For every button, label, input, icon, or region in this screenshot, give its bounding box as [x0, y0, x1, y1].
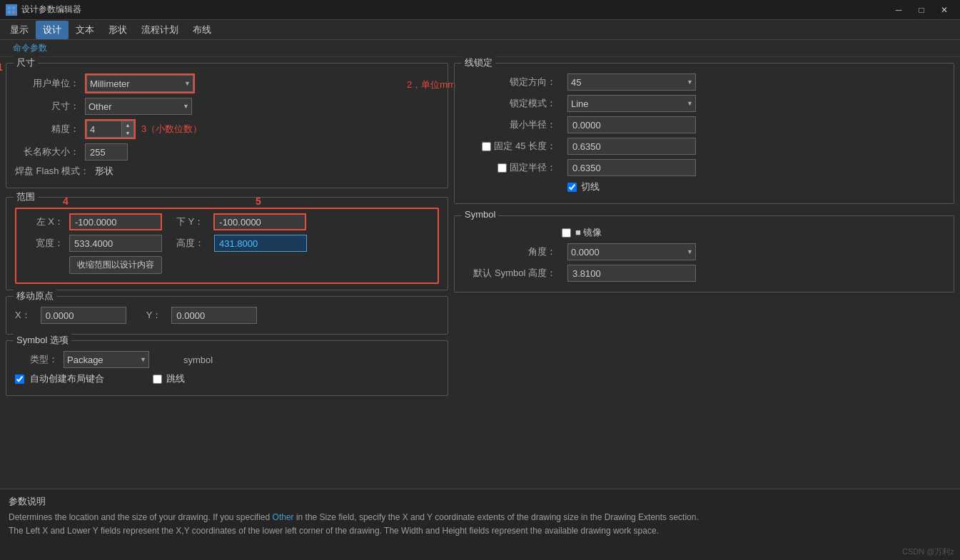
tangent-checkbox[interactable] [567, 183, 577, 192]
fixed-45-checkbox[interactable] [482, 142, 491, 151]
mirror-checkbox[interactable] [562, 228, 571, 238]
precision-input[interactable] [86, 121, 122, 138]
type-label: 类型： [15, 353, 58, 366]
auto-create-checkbox[interactable] [15, 375, 24, 384]
flash-mode-row: 焊盘 Flash 模式： 形状 [15, 165, 439, 178]
lock-mode-select[interactable]: Line Arc [567, 95, 696, 112]
lock-mode-row: 锁定模式： Line Arc [463, 95, 945, 112]
flash-mode-label: 焊盘 Flash 模式： [15, 165, 89, 178]
fixed-radius-label: 固定半径： [510, 161, 556, 174]
default-height-row: 默认 Symbol 高度： [463, 265, 945, 282]
mirror-label: ■ 镜像 [575, 226, 602, 239]
tangent-label: 切线 [581, 180, 600, 193]
angle-select[interactable]: 0.0000 90.0000 180.0000 270.0000 [567, 243, 696, 260]
dimensions-row: 宽度： 高度： [21, 235, 433, 252]
range-section: 范围 左 X： 下 Y： 宽度： 高度： [6, 197, 448, 290]
precision-up-button[interactable]: ▲ [122, 121, 133, 129]
main-content: 1 2，单位mm 尺寸 用户单位： Millimeter Inch Mil [0, 57, 960, 489]
minimize-button[interactable]: ─ [889, 3, 909, 17]
lock-dir-select[interactable]: 45 90 Any [567, 73, 696, 91]
shrink-button[interactable]: 收缩范围以设计内容 [69, 256, 162, 274]
height-label: 高度： [176, 237, 204, 250]
lock-mode-label: 锁定模式： [463, 97, 556, 110]
symbol-options-title: Symbol 选项 [14, 334, 71, 347]
angle-row: 角度： 0.0000 90.0000 180.0000 270.0000 [463, 243, 945, 260]
jump-line-label: 跳线 [166, 372, 185, 385]
close-button[interactable]: ✕ [934, 3, 954, 17]
watermark: CSDN @万利z [902, 546, 954, 557]
menu-shape[interactable]: 形状 [101, 21, 134, 39]
default-height-input[interactable] [567, 265, 696, 282]
origin-row: X： Y： [15, 307, 439, 324]
angle-label: 角度： [463, 245, 556, 258]
user-unit-label: 用户单位： [15, 77, 79, 90]
lower-y-label: 下 Y： [176, 215, 203, 228]
user-unit-select[interactable]: Millimeter Inch Mil [86, 75, 193, 92]
sub-menu-bar: 命令参数 [0, 40, 960, 57]
size-row: 尺寸： Other A4 A3 [15, 98, 439, 115]
name-max-input[interactable] [85, 143, 128, 161]
line-lock-title: 线锁定 [462, 56, 495, 69]
size-section: 尺寸 用户单位： Millimeter Inch Mil [6, 63, 448, 188]
origin-section: 移动原点 X： Y： [6, 296, 448, 335]
fixed-45-input[interactable] [567, 138, 696, 155]
coordinates-row: 左 X： 下 Y： [21, 213, 433, 230]
symbol-options-section: Symbol 选项 类型： Package Symbol Component s… [6, 340, 448, 396]
fixed-radius-checkbox[interactable] [497, 163, 507, 173]
menu-design[interactable]: 设计 [36, 21, 69, 39]
menu-bar: 显示 设计 文本 形状 流程计划 布线 [0, 20, 960, 40]
origin-y-input[interactable] [171, 307, 257, 324]
sub-menu-command-params[interactable]: 命令参数 [7, 41, 53, 56]
precision-down-button[interactable]: ▼ [122, 129, 133, 137]
fixed-radius-input[interactable] [567, 159, 696, 176]
precision-row: 精度： ▲ ▼ 3（小数位数） [15, 119, 439, 139]
width-input[interactable] [69, 235, 162, 252]
bottom-bar: 参数说明 Determines the location and the siz… [0, 489, 960, 560]
default-height-label: 默认 Symbol 高度： [463, 267, 556, 280]
auto-create-label: 自动创建布局键合 [30, 372, 104, 385]
width-label: 宽度： [21, 237, 64, 250]
range-section-title: 范围 [14, 190, 38, 203]
jump-line-checkbox[interactable] [153, 375, 162, 384]
fixed-45-row: 固定 45 长度： [463, 138, 945, 155]
app-icon [6, 4, 17, 16]
origin-section-title: 移动原点 [14, 290, 56, 302]
fixed-45-label: 固定 45 长度： [494, 140, 556, 153]
menu-flow-plan[interactable]: 流程计划 [134, 21, 186, 39]
annotation-4: 4 [63, 195, 69, 207]
annotation-3: 3（小数位数） [141, 123, 202, 136]
size-select[interactable]: Other A4 A3 [85, 98, 192, 115]
window-title: 设计参数编辑器 [21, 4, 81, 16]
origin-x-label: X： [15, 309, 31, 322]
right-panel: 线锁定 锁定方向： 45 90 Any 锁定模式： L [454, 63, 954, 483]
min-radius-row: 最小半径： [463, 116, 945, 133]
annotation-1: 1 [0, 61, 3, 73]
height-input[interactable] [214, 235, 307, 252]
left-x-label: 左 X： [21, 215, 64, 228]
menu-routing[interactable]: 布线 [186, 21, 218, 39]
size-label: 尺寸： [15, 100, 79, 113]
param-description: Determines the location and the size of … [9, 511, 951, 538]
name-max-row: 长名称大小： [15, 143, 439, 161]
symbol-type-row: 类型： Package Symbol Component symbol [15, 351, 439, 368]
mirror-row: ■ 镜像 [463, 226, 945, 239]
origin-y-label: Y： [146, 309, 162, 322]
menu-text[interactable]: 文本 [69, 21, 101, 39]
left-x-input[interactable] [69, 213, 162, 230]
min-radius-label: 最小半径： [463, 118, 556, 131]
symbol-right-title: Symbol [462, 209, 498, 220]
annotation-5: 5 [256, 195, 261, 207]
origin-x-input[interactable] [41, 307, 126, 324]
menu-display[interactable]: 显示 [3, 21, 36, 39]
param-desc-title: 参数说明 [9, 495, 951, 508]
tangent-row: 切线 [463, 180, 945, 193]
min-radius-input[interactable] [567, 116, 696, 133]
maximize-button[interactable]: □ [911, 3, 931, 17]
line-lock-section: 线锁定 锁定方向： 45 90 Any 锁定模式： L [454, 63, 954, 204]
symbol-right-section: Symbol ■ 镜像 角度： 0.0000 90.0000 180.0000 [454, 215, 954, 292]
lower-y-input[interactable] [213, 213, 306, 230]
precision-spin-buttons: ▲ ▼ [122, 121, 134, 138]
type-select[interactable]: Package Symbol Component [64, 351, 149, 368]
svg-rect-0 [8, 6, 11, 9]
size-section-title: 尺寸 [14, 56, 38, 69]
